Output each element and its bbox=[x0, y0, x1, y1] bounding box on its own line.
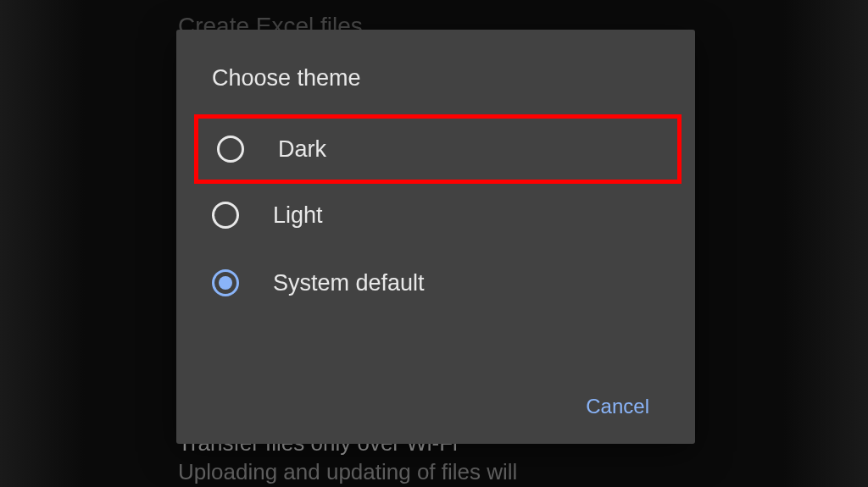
theme-option-system-default[interactable]: System default bbox=[176, 249, 695, 317]
theme-option-label: System default bbox=[273, 270, 425, 296]
theme-option-light[interactable]: Light bbox=[176, 181, 695, 249]
radio-inner-dot bbox=[219, 276, 232, 290]
theme-dialog: Choose theme Dark Light System default C… bbox=[176, 30, 695, 444]
theme-option-label: Light bbox=[273, 202, 323, 229]
background-line-2: Uploading and updating of files will bbox=[178, 458, 517, 487]
radio-unselected-icon bbox=[217, 136, 244, 163]
vignette-right bbox=[783, 0, 868, 487]
radio-unselected-icon bbox=[212, 202, 239, 229]
radio-selected-icon bbox=[212, 269, 239, 296]
dialog-title: Choose theme bbox=[176, 55, 695, 117]
dialog-actions: Cancel bbox=[576, 388, 659, 425]
theme-option-dark[interactable]: Dark bbox=[194, 114, 682, 184]
theme-options-list: Dark Light System default bbox=[176, 117, 695, 317]
theme-option-label: Dark bbox=[278, 136, 326, 163]
vignette-left bbox=[0, 0, 85, 487]
cancel-button[interactable]: Cancel bbox=[576, 388, 659, 425]
